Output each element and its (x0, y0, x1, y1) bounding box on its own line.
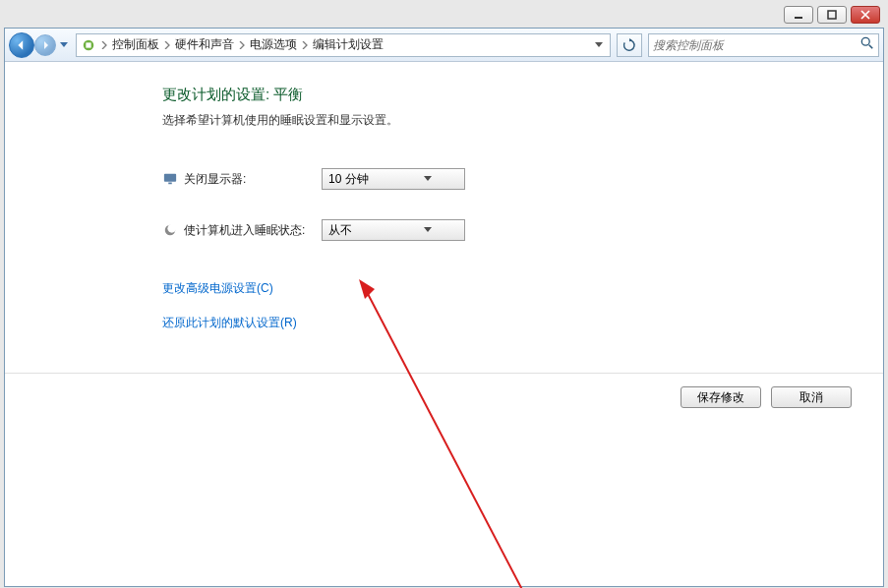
window: 控制面板 硬件和声音 电源选项 编辑计划设置 (4, 28, 884, 587)
breadcrumb-item[interactable]: 控制面板 (109, 36, 162, 53)
page-title: 更改计划的设置: 平衡 (162, 86, 883, 104)
moon-icon (162, 222, 178, 238)
nav-history-dropdown[interactable] (58, 42, 70, 48)
chevron-right-icon (237, 41, 247, 49)
turn-off-display-dropdown[interactable]: 10 分钟 (322, 168, 465, 190)
breadcrumb-item[interactable]: 编辑计划设置 (310, 36, 386, 53)
svg-rect-0 (795, 17, 802, 19)
link-advanced-power-settings[interactable]: 更改高级电源设置(C) (162, 280, 883, 297)
action-buttons: 保存修改 取消 (681, 386, 852, 408)
address-bar[interactable]: 控制面板 硬件和声音 电源选项 编辑计划设置 (76, 33, 611, 57)
address-dropdown[interactable] (592, 42, 606, 48)
link-restore-defaults[interactable]: 还原此计划的默认设置(R) (162, 315, 883, 331)
content-area: 更改计划的设置: 平衡 选择希望计算机使用的睡眠设置和显示设置。 关闭显示器: … (5, 62, 883, 586)
option-label: 使计算机进入睡眠状态: (184, 222, 322, 239)
option-sleep: 使计算机进入睡眠状态: 从不 (162, 219, 883, 241)
forward-button[interactable] (34, 34, 56, 56)
control-panel-icon (81, 37, 96, 53)
back-button[interactable] (9, 32, 34, 58)
chevron-right-icon (162, 41, 172, 49)
minimize-button[interactable] (784, 6, 813, 24)
svg-rect-6 (164, 174, 176, 182)
search-input[interactable] (653, 38, 860, 52)
navbar: 控制面板 硬件和声音 电源选项 编辑计划设置 (5, 29, 883, 62)
chevron-right-icon (300, 41, 310, 49)
svg-point-9 (167, 224, 176, 233)
search-icon (860, 36, 874, 53)
window-chrome-buttons (784, 6, 880, 24)
sleep-dropdown[interactable]: 从不 (322, 219, 465, 241)
svg-rect-3 (86, 42, 90, 47)
option-turn-off-display: 关闭显示器: 10 分钟 (162, 168, 883, 190)
monitor-icon (162, 171, 178, 187)
svg-rect-7 (168, 183, 172, 185)
svg-rect-1 (828, 11, 836, 19)
breadcrumb-item[interactable]: 电源选项 (247, 36, 300, 53)
chevron-right-icon (99, 41, 109, 49)
refresh-button[interactable] (617, 33, 642, 57)
chevron-down-icon (394, 227, 460, 233)
dropdown-value: 10 分钟 (328, 171, 394, 188)
close-button[interactable] (851, 6, 880, 24)
separator (5, 373, 883, 374)
cancel-button[interactable]: 取消 (771, 386, 852, 408)
svg-point-4 (861, 37, 869, 45)
save-button[interactable]: 保存修改 (681, 386, 761, 408)
dropdown-value: 从不 (328, 222, 394, 239)
breadcrumb-item[interactable]: 硬件和声音 (172, 36, 237, 53)
page-subtitle: 选择希望计算机使用的睡眠设置和显示设置。 (162, 112, 883, 129)
svg-line-5 (869, 45, 873, 49)
maximize-button[interactable] (817, 6, 847, 24)
svg-line-10 (366, 290, 541, 588)
option-label: 关闭显示器: (184, 171, 322, 188)
search-box[interactable] (648, 33, 879, 57)
chevron-down-icon (394, 176, 460, 182)
